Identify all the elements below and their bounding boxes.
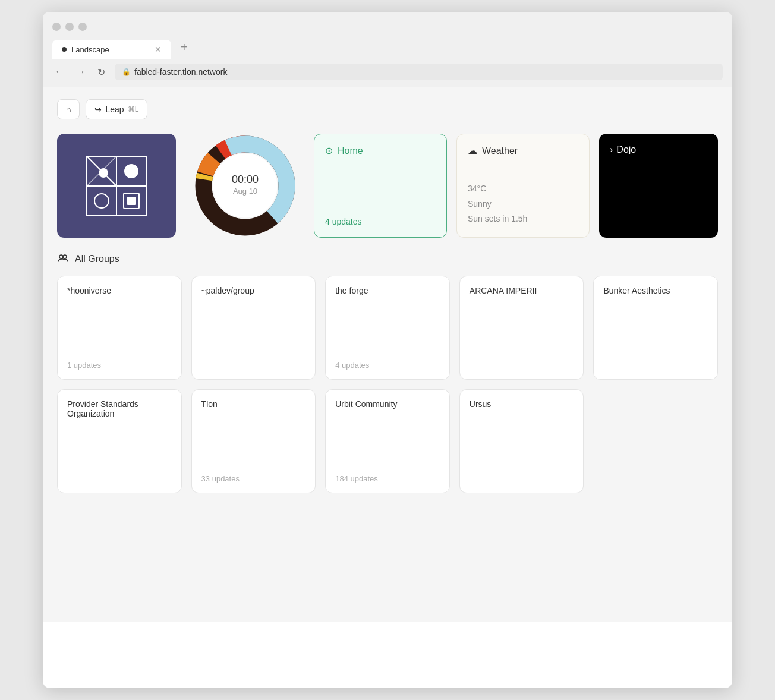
home-card-title: ⊙ Home <box>325 145 436 156</box>
new-tab-button[interactable]: + <box>174 37 195 58</box>
group-card-ursus[interactable]: Ursus <box>459 389 584 493</box>
group-name: *hooniverse <box>67 286 172 295</box>
group-card-paldev[interactable]: ~paldev/group <box>191 276 316 380</box>
svg-point-20 <box>63 255 67 258</box>
url-bar[interactable]: 🔒 fabled-faster.tlon.network <box>115 64 723 80</box>
group-name: ~paldev/group <box>201 286 306 295</box>
browser-window: Landscape ✕ + ← → ↻ 🔒 fabled-faster.tlon… <box>43 12 732 688</box>
active-tab[interactable]: Landscape ✕ <box>52 40 171 59</box>
traffic-lights <box>52 18 723 37</box>
tab-title: Landscape <box>71 45 109 54</box>
weather-sunset: Sun sets in 1.5h <box>468 212 578 226</box>
all-groups-header: All Groups <box>57 252 718 266</box>
leap-icon: ↪ <box>94 105 102 114</box>
home-card-updates: 4 updates <box>325 217 436 226</box>
leap-button[interactable]: ↪ Leap ⌘L <box>86 99 147 119</box>
clock-donut-chart: 00:00 Aug 10 <box>193 134 297 238</box>
group-card-urbit-community[interactable]: Urbit Community 184 updates <box>325 389 450 493</box>
svg-text:00:00: 00:00 <box>231 174 258 185</box>
group-name: ARCANA IMPERII <box>470 286 574 295</box>
back-button[interactable]: ← <box>52 65 67 78</box>
group-updates: 33 updates <box>201 474 306 483</box>
leap-label: Leap <box>105 105 124 114</box>
dojo-card[interactable]: › Dojo <box>599 134 718 238</box>
home-card[interactable]: ⊙ Home 4 updates <box>314 134 447 238</box>
group-updates: 184 updates <box>335 474 440 483</box>
browser-chrome: Landscape ✕ + <box>43 12 732 59</box>
weather-info: 34°C Sunny Sun sets in 1.5h <box>468 181 578 226</box>
main-content: ⌂ ↪ Leap ⌘L <box>43 87 732 622</box>
reload-button[interactable]: ↻ <box>95 65 108 79</box>
group-name: Urbit Community <box>335 399 440 409</box>
tab-favicon <box>62 47 67 52</box>
svg-rect-9 <box>127 197 136 205</box>
toolbar: ⌂ ↪ Leap ⌘L <box>57 99 718 119</box>
group-card-forge[interactable]: the forge 4 updates <box>325 276 450 380</box>
dojo-chevron-icon: › <box>610 144 613 155</box>
group-name: Bunker Aesthetics <box>603 286 708 295</box>
address-bar: ← → ↻ 🔒 fabled-faster.tlon.network <box>43 59 732 87</box>
home-button[interactable]: ⌂ <box>57 99 80 119</box>
urbit-logo <box>81 150 152 222</box>
svg-point-7 <box>94 194 109 208</box>
traffic-light-minimize[interactable] <box>65 23 74 31</box>
traffic-light-close[interactable] <box>52 23 61 31</box>
tab-close-button[interactable]: ✕ <box>155 45 162 54</box>
weather-card-title: ☁ Weather <box>468 145 578 156</box>
groups-icon <box>57 252 69 266</box>
group-name: Provider Standards Organization <box>67 399 172 418</box>
svg-point-6 <box>124 164 138 178</box>
group-card-tlon[interactable]: Tlon 33 updates <box>191 389 316 493</box>
group-card-arcana[interactable]: ARCANA IMPERII <box>459 276 584 380</box>
groups-row-1: *hooniverse 1 updates ~paldev/group the … <box>57 276 718 380</box>
group-card-bunker[interactable]: Bunker Aesthetics <box>593 276 718 380</box>
top-row-cards: 00:00 Aug 10 ⊙ Home 4 updates ☁ Weather <box>57 134 718 238</box>
group-card-hooniverse[interactable]: *hooniverse 1 updates <box>57 276 182 380</box>
weather-card[interactable]: ☁ Weather 34°C Sunny Sun sets in 1.5h <box>456 134 590 238</box>
forward-button[interactable]: → <box>74 65 88 78</box>
logo-card[interactable] <box>57 134 176 238</box>
weather-icon: ☁ <box>468 145 477 156</box>
group-name: Tlon <box>201 399 306 409</box>
url-text: fabled-faster.tlon.network <box>134 67 227 77</box>
group-updates: 4 updates <box>335 361 440 370</box>
weather-temp: 34°C <box>468 181 578 196</box>
dojo-card-title: › Dojo <box>610 144 636 155</box>
home-icon: ⌂ <box>66 105 71 114</box>
svg-rect-2 <box>87 186 116 216</box>
home-card-icon: ⊙ <box>325 145 333 156</box>
leap-shortcut: ⌘L <box>128 105 139 113</box>
groups-row-2: Provider Standards Organization Tlon 33 … <box>57 389 718 493</box>
svg-text:Aug 10: Aug 10 <box>232 187 257 196</box>
group-updates: 1 updates <box>67 361 172 370</box>
svg-point-16 <box>213 154 277 218</box>
group-name: the forge <box>335 286 440 295</box>
lock-icon: 🔒 <box>122 68 131 76</box>
group-card-pso[interactable]: Provider Standards Organization <box>57 389 182 493</box>
group-name: Ursus <box>470 399 574 409</box>
weather-condition: Sunny <box>468 197 578 212</box>
tab-bar: Landscape ✕ + <box>52 37 723 59</box>
svg-point-19 <box>59 255 63 258</box>
all-groups-label: All Groups <box>75 254 119 264</box>
clock-card: 00:00 Aug 10 <box>185 134 304 238</box>
traffic-light-maximize[interactable] <box>78 23 87 31</box>
